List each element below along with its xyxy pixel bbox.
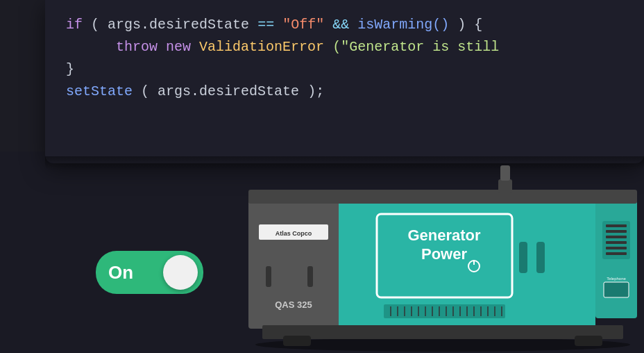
display-line-1 <box>606 224 627 227</box>
paren-setstate-open: ( <box>141 83 149 99</box>
undercarriage <box>262 325 623 339</box>
display-line-4 <box>606 241 627 244</box>
keyword-new: new <box>166 39 191 55</box>
fn-setstate: setState <box>66 83 133 99</box>
ground-shadow <box>255 338 630 352</box>
toggle-label: On <box>108 262 133 284</box>
leg-right <box>575 336 602 346</box>
brace-close: } <box>66 61 74 77</box>
toggle-switch[interactable]: On <box>96 251 203 294</box>
class-validationerror: ValidationError <box>199 39 324 55</box>
teal-handle-1 <box>519 242 527 273</box>
teal-handle-2 <box>536 242 545 273</box>
gen-text-1: Generator <box>407 227 481 244</box>
display-line-2 <box>606 230 627 233</box>
op-and: && <box>332 17 349 33</box>
op-eq: == <box>257 17 274 33</box>
model-text: QAS 325 <box>275 299 312 310</box>
code-line-1: if ( args.desiredState == "Off" && isWar… <box>66 14 623 36</box>
str-off: "Off" <box>282 17 324 33</box>
keyword-throw: throw <box>116 39 158 55</box>
toggle-knob <box>163 255 198 290</box>
toggle-container: On <box>96 251 203 294</box>
code-panel: if ( args.desiredState == "Off" && isWar… <box>45 0 644 163</box>
code-line-4: setState ( args.desiredState ); <box>66 81 623 103</box>
display-line-5 <box>606 247 627 249</box>
paren-close: ) <box>457 17 474 33</box>
keyword-if: if <box>66 17 83 33</box>
telephone-label: Telephone <box>607 277 626 281</box>
generator-area: Generator Power Atlas Copco QAS 325 <box>242 158 644 353</box>
code-line-3: } <box>66 58 623 81</box>
code-line-2: throw new ValidationError ("Generator is… <box>66 36 623 58</box>
arg-generator: ("Generator is still <box>332 39 499 55</box>
display-line-6 <box>606 252 627 255</box>
right-box <box>604 282 629 297</box>
atlas-logo-text: Atlas Copco <box>276 230 312 237</box>
brace-open: { <box>474 17 482 33</box>
handle-left-2 <box>266 266 271 287</box>
generator-svg: Generator Power Atlas Copco QAS 325 <box>242 158 644 353</box>
var-desired-state-2: args.desiredState <box>158 83 299 99</box>
display-line-3 <box>606 236 627 238</box>
exhaust-pipe <box>498 179 512 193</box>
grille-bg <box>384 304 505 318</box>
leg-left <box>283 336 311 346</box>
paren-open: ( <box>91 17 99 33</box>
var-desired-state-1: args.desiredState <box>108 17 249 33</box>
roof <box>248 190 637 204</box>
fn-iswarming: isWarming() <box>357 17 449 33</box>
setstate-end: ); <box>307 83 324 99</box>
gen-text-2: Power <box>421 245 467 263</box>
handle-left-1 <box>307 266 313 287</box>
exhaust-pipe-top <box>500 165 510 181</box>
